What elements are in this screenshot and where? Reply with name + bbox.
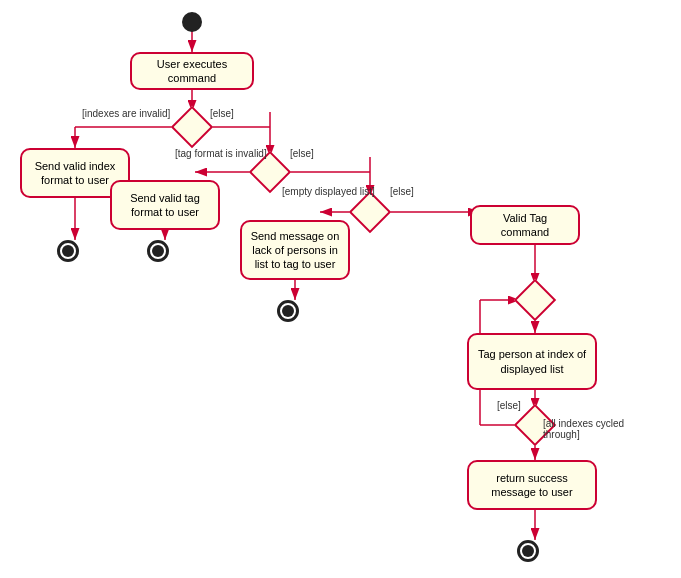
end-node-4 <box>517 540 539 562</box>
send-valid-tag-node: Send valid tag format to user <box>110 180 220 230</box>
label-all-indexes: [all indexes cycled through] <box>543 418 663 440</box>
end-node-1 <box>57 240 79 262</box>
user-executes-node: User executes command <box>130 52 254 90</box>
label-else3: [else] <box>390 186 414 197</box>
label-indexes-invalid: [indexes are invalid] <box>82 108 170 119</box>
label-else2: [else] <box>290 148 314 159</box>
tag-person-node: Tag person at index of displayed list <box>467 333 597 390</box>
label-else4: [else] <box>497 400 521 411</box>
label-empty-displayed: [empty displayed list] <box>282 186 375 197</box>
send-no-persons-node: Send message on lack of persons in list … <box>240 220 350 280</box>
valid-tag-node: Valid Tag command <box>470 205 580 245</box>
end-node-2 <box>147 240 169 262</box>
return-success-node: return success message to user <box>467 460 597 510</box>
label-else1: [else] <box>210 108 234 119</box>
start-node <box>182 12 202 32</box>
activity-diagram: User executes command [indexes are inval… <box>0 0 681 578</box>
end-node-3 <box>277 300 299 322</box>
label-tag-format-invalid: [tag format is invalid] <box>175 148 267 159</box>
